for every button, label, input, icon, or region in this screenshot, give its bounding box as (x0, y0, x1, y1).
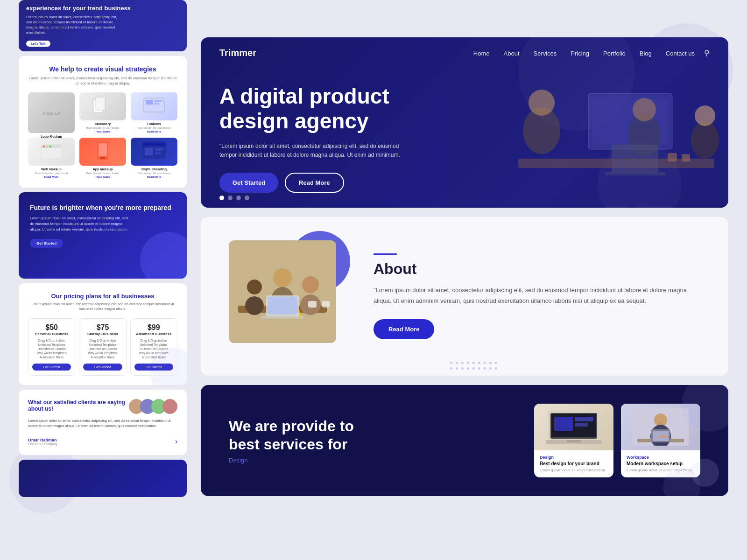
read-more-hero-button[interactable]: Read More (285, 173, 344, 193)
svg-rect-17 (142, 142, 166, 146)
get-started-button[interactable]: Get Started (219, 173, 278, 193)
plan-startup-btn[interactable]: Get Started (83, 364, 122, 371)
nav-services[interactable]: Services (534, 50, 557, 57)
plan-personal-price: $50 (32, 323, 71, 332)
nav-pricing[interactable]: Pricing (571, 50, 589, 57)
about-divider (374, 253, 397, 255)
left-testimonials-card: What our satisfied clients are saying ab… (19, 390, 187, 455)
service-item-stationery-name: Stationery (79, 122, 126, 126)
left-bottom-dark (19, 460, 187, 497)
service-item-features: Features Best design for your brand Read… (131, 92, 177, 133)
plan-advanced-btn[interactable]: Get Started (134, 364, 173, 371)
testimonials-title: What our satisfied clients are saying ab… (28, 399, 128, 412)
service-thumb-mockup: MOCK-UP (28, 92, 75, 133)
dot-g (456, 367, 458, 370)
svg-rect-45 (261, 316, 303, 319)
service-item-stationery-link[interactable]: Read More (79, 130, 126, 133)
dot-g (489, 362, 492, 364)
plan-personal-f5: Automation Rules (32, 356, 71, 359)
dot-g (461, 362, 464, 364)
svg-rect-34 (682, 154, 690, 161)
plan-personal: $50 Personal Business Drag & Drop builde… (28, 318, 75, 376)
service-thumb-app (79, 138, 126, 166)
svg-rect-19 (155, 148, 163, 151)
about-description: "Lorem ipsum dolor sit amet, consectetur… (374, 285, 700, 306)
dot-g (495, 362, 497, 364)
service-item-app-name: App mockup (79, 168, 126, 171)
service-item-app-link[interactable]: Read More (79, 175, 126, 178)
sbs-card-design-img (534, 404, 613, 450)
plan-personal-f3: Unlimited of Courses (32, 347, 71, 350)
testimonial-next-btn[interactable]: › (175, 437, 177, 446)
future-btn[interactable]: Get Started (30, 239, 63, 248)
dot-g (450, 362, 452, 364)
nav-blog[interactable]: Blog (640, 50, 652, 57)
dot-g (495, 367, 497, 370)
service-item-web-name: Web mockup (28, 168, 75, 171)
testimonial-author-name: Omar Rahman (28, 438, 57, 442)
about-dots-grid (450, 362, 499, 371)
nav-about[interactable]: About (504, 50, 520, 57)
left-future-card: Future is brighter when you're more prep… (19, 192, 187, 279)
service-item-features-link[interactable]: Read More (131, 130, 177, 133)
service-item-web-link[interactable]: Read More (28, 175, 75, 178)
avatar-4 (162, 399, 177, 414)
svg-rect-46 (308, 301, 317, 308)
hero-nav: Trimmer Home About Services Pricing Port… (201, 37, 728, 69)
plan-personal-f4: Why would Templates (32, 351, 71, 355)
plan-startup-price: $75 (83, 323, 122, 332)
hero-dot-2[interactable] (228, 196, 233, 200)
dot-g (467, 362, 469, 364)
svg-point-10 (43, 146, 45, 147)
pricing-title: Our pricing plans for all businesses (28, 293, 177, 300)
svg-rect-15 (100, 157, 106, 159)
service-item-digital: Digital Branding Best design for your br… (131, 138, 177, 178)
nav-contact[interactable]: Contact us (666, 50, 695, 57)
nav-portfolio[interactable]: Portfolio (603, 50, 626, 57)
svg-rect-56 (567, 440, 581, 442)
dot-g (461, 367, 464, 370)
sbs-main-title: We are provide tobest services for (229, 417, 515, 453)
sbs-card-design-desc: Lorem ipsum dolor sit amet consectetur (540, 468, 608, 473)
dot-g (478, 362, 480, 364)
sbs-service-cards: Design Best design for your brand Lorem … (534, 404, 700, 477)
plan-advanced-f2: Unlimited Templates (134, 343, 173, 346)
service-item-digital-link[interactable]: Read More (131, 175, 177, 178)
svg-point-29 (695, 105, 715, 126)
read-more-about-button[interactable]: Read More (374, 319, 434, 339)
pricing-desc: Lorem ipsum dolor sit amet, consectetur … (28, 302, 177, 312)
svg-point-27 (633, 98, 656, 121)
plan-advanced-f4: Why would Templates (134, 351, 173, 355)
dot-g (478, 367, 480, 370)
svg-point-58 (654, 413, 667, 427)
service-thumb-web (28, 138, 75, 166)
plan-advanced-name: Advanced Business (134, 332, 173, 336)
svg-rect-18 (145, 148, 153, 155)
about-title: About (374, 260, 700, 278)
left-hero-btn[interactable]: Let's Talk (26, 41, 50, 47)
plan-personal-btn[interactable]: Get Started (32, 364, 71, 371)
svg-rect-3 (96, 97, 105, 110)
dot-g (472, 362, 475, 364)
plan-advanced-f3: Unlimited of Courses (134, 347, 173, 350)
plan-personal-name: Personal Business (32, 332, 71, 336)
svg-rect-14 (99, 143, 107, 156)
svg-rect-47 (322, 301, 330, 308)
sbs-card-workspace-tag: Workspace (627, 455, 695, 460)
svg-rect-52 (554, 417, 573, 431)
hero-dot-4[interactable] (245, 196, 249, 200)
search-icon[interactable]: ⚲ (704, 49, 710, 57)
hero-dot-1[interactable] (219, 196, 224, 200)
sbs-card-workspace-title: Modern workspace setup (627, 461, 695, 466)
left-services-desc: Lorem ipsum dolor sit amet, consectetur … (28, 76, 177, 86)
hero-slider-dots (219, 196, 249, 200)
testimonials-desc: Lorem ipsum dolor sit amet, consectetur … (28, 418, 177, 429)
hero-dot-3[interactable] (236, 196, 241, 200)
nav-home[interactable]: Home (473, 50, 490, 57)
svg-rect-33 (668, 153, 677, 161)
service-item-web: Web mockup Best design for your brand Re… (28, 138, 75, 178)
svg-point-12 (49, 146, 51, 147)
brand-logo: Trimmer (219, 48, 256, 58)
sbs-subtitle: Design (229, 457, 515, 464)
sbs-card-design-title: Best design for your brand (540, 461, 608, 466)
